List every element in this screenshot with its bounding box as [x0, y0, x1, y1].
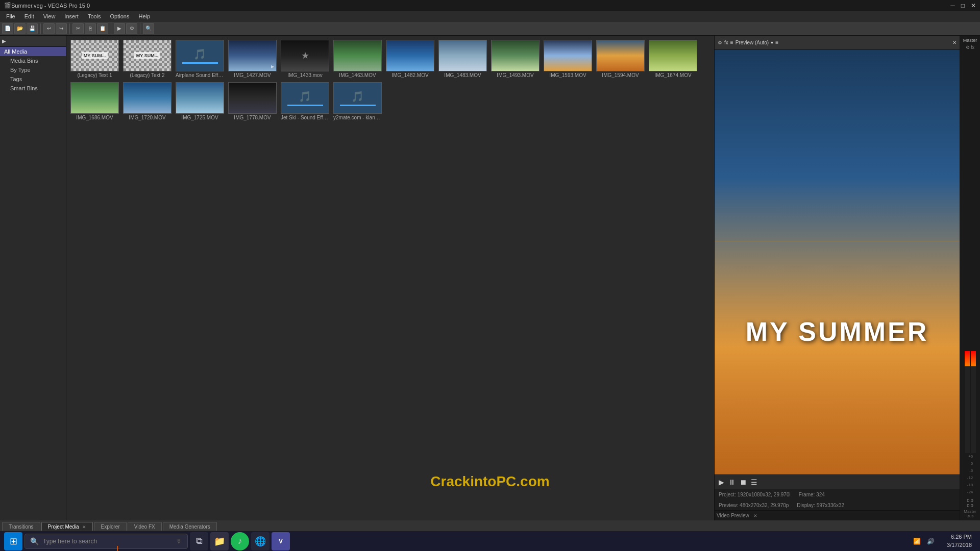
media-item-img-1427[interactable]: ▶ IMG_1427.MOV: [228, 40, 277, 78]
media-item-img-1493[interactable]: IMG_1493.MOV: [491, 40, 540, 78]
preview-zoom-icon[interactable]: ≡: [775, 40, 778, 45]
media-item-img-1674[interactable]: IMG_1674.MOV: [649, 40, 697, 78]
tab-video-fx[interactable]: Video FX: [128, 522, 162, 531]
preview-list-icon[interactable]: ☰: [751, 478, 757, 486]
video-preview-label: Video Preview: [717, 513, 749, 518]
preview-text: MY SUMMER: [746, 316, 929, 347]
preview-close-icon[interactable]: ✕: [952, 40, 957, 45]
media-label: y2mate.com - klangande_jubel_origin...: [333, 115, 382, 120]
preview-screen: MY SUMMER: [715, 50, 960, 474]
media-item-legacy-text-2[interactable]: MY SUM... (Legacy) Text 2: [123, 40, 172, 78]
media-label: (Legacy) Text 2: [123, 72, 172, 78]
vu-fx[interactable]: fx: [971, 45, 974, 50]
maximize-btn[interactable]: □: [961, 2, 965, 9]
redo-btn[interactable]: ↪: [56, 23, 67, 34]
preview-mode-icon[interactable]: ≡: [730, 40, 733, 45]
preview-pause-icon[interactable]: ⏸: [728, 478, 736, 486]
menu-options[interactable]: Options: [106, 12, 134, 20]
paste-btn[interactable]: 📋: [97, 23, 108, 34]
bin-smart-bins[interactable]: Smart Bins: [0, 84, 66, 93]
menu-tools[interactable]: Tools: [84, 12, 105, 20]
toolbar-sep-3: [111, 23, 111, 34]
main-layout: ▶ All Media Media Bins By Type Tags Smar…: [0, 36, 980, 520]
preview-controls: ▶ ⏸ ⏹ ☰: [715, 474, 960, 489]
media-item-img-1720[interactable]: IMG_1720.MOV: [123, 82, 172, 120]
undo-btn[interactable]: ↩: [43, 23, 55, 34]
media-item-img-1686[interactable]: IMG_1686.MOV: [70, 82, 119, 120]
vu-bar-left: [965, 351, 970, 453]
media-item-img-1725[interactable]: IMG_1725.MOV: [176, 82, 224, 120]
frame-info: Frame: 324: [799, 492, 825, 497]
menu-edit[interactable]: Edit: [20, 12, 38, 20]
preview-mode-label[interactable]: Preview (Auto): [736, 40, 769, 45]
bin-by-type[interactable]: By Type: [0, 65, 66, 74]
preview-res: Preview: 480x270x32, 29.970p: [719, 503, 789, 508]
menu-file[interactable]: File: [2, 12, 19, 20]
media-item-img-1433[interactable]: ★ IMG_1433.mov: [281, 40, 329, 78]
media-item-y2mate[interactable]: 🎵 y2mate.com - klangande_jubel_origin...: [333, 82, 382, 120]
media-item-img-1482[interactable]: IMG_1482.MOV: [386, 40, 434, 78]
preview-settings-icon[interactable]: ⚙: [718, 40, 722, 45]
master-bus-label: Master Bus: [961, 509, 979, 518]
media-label: IMG_1686.MOV: [70, 115, 119, 120]
menu-help[interactable]: Help: [134, 12, 154, 20]
vu-controls: ⚙ fx: [966, 45, 974, 50]
vu-settings[interactable]: ⚙: [966, 45, 970, 50]
cut-btn[interactable]: ✂: [72, 23, 84, 34]
media-label: IMG_1674.MOV: [649, 72, 697, 78]
tab-explorer[interactable]: Explorer: [94, 522, 126, 531]
search-mic-icon[interactable]: 🎙: [176, 538, 182, 545]
media-label: IMG_1725.MOV: [176, 115, 224, 120]
preview-play-icon[interactable]: ▶: [719, 478, 724, 486]
taskbar-spotify[interactable]: ♪: [231, 532, 249, 550]
media-item-jet-ski[interactable]: 🎵 Jet Ski - Sound Effects.mp3: [281, 82, 329, 120]
bin-tags[interactable]: Tags: [0, 74, 66, 84]
tray-time: 6:26 PM 3/17/2018: [947, 533, 972, 549]
taskbar-chrome[interactable]: 🌐: [251, 532, 270, 550]
volume-icon[interactable]: 🔊: [927, 538, 935, 545]
media-item-img-1778[interactable]: IMG_1778.MOV: [228, 82, 277, 120]
taskbar-file-explorer[interactable]: 📁: [210, 532, 229, 550]
window-controls[interactable]: ─ □ ✕: [950, 2, 976, 9]
taskbar-task-view[interactable]: ⧉: [190, 532, 208, 550]
tab-transitions[interactable]: Transitions: [2, 522, 40, 531]
taskbar-search[interactable]: 🔍 Type here to search 🎙: [24, 534, 188, 549]
minimize-btn[interactable]: ─: [950, 2, 955, 9]
start-button[interactable]: ⊞: [4, 532, 22, 550]
new-btn[interactable]: 📄: [2, 23, 13, 34]
preview-dropdown-icon[interactable]: ▾: [771, 40, 773, 45]
master-label: Master: [963, 38, 977, 43]
media-item-legacy-text-1[interactable]: MY SUM... (Legacy) Text 1: [70, 40, 119, 78]
menu-view[interactable]: View: [39, 12, 60, 20]
media-label: IMG_1593.MOV: [544, 72, 592, 78]
media-item-airplane-sound[interactable]: 🎵 Airplane Sound Effect.mp3: [176, 40, 224, 78]
preview-background: [715, 50, 960, 474]
render-btn[interactable]: ▶: [114, 23, 125, 34]
preview-toolbar: ⚙ fx ≡ Preview (Auto) ▾ ≡ ✕: [715, 36, 960, 50]
tab-project-media-close[interactable]: ✕: [82, 524, 86, 530]
video-preview-close[interactable]: ✕: [753, 513, 757, 518]
close-btn[interactable]: ✕: [971, 2, 976, 9]
media-label: IMG_1720.MOV: [123, 115, 172, 120]
preview-fx-icon[interactable]: fx: [724, 40, 728, 45]
search-placeholder: Type here to search: [43, 538, 97, 545]
preview-info-bottom: Preview: 480x270x32, 29.970p Display: 59…: [715, 500, 960, 510]
taskbar-vegas[interactable]: V: [272, 532, 290, 550]
open-btn[interactable]: 📂: [14, 23, 26, 34]
media-item-img-1593[interactable]: IMG_1593.MOV: [544, 40, 592, 78]
bin-all-media[interactable]: All Media: [0, 47, 66, 56]
media-label: IMG_1778.MOV: [228, 115, 277, 120]
zoom-btn[interactable]: 🔍: [143, 23, 154, 34]
media-item-img-1463[interactable]: IMG_1463.MOV: [333, 40, 382, 78]
save-btn[interactable]: 💾: [27, 23, 38, 34]
properties-btn[interactable]: ⚙: [126, 23, 137, 34]
toolbar-sep-2: [69, 23, 70, 34]
media-item-img-1594[interactable]: IMG_1594.MOV: [596, 40, 645, 78]
media-item-img-1483[interactable]: IMG_1483.MOV: [438, 40, 487, 78]
menu-insert[interactable]: Insert: [60, 12, 83, 20]
bin-media-bins[interactable]: Media Bins: [0, 56, 66, 65]
tab-project-media[interactable]: Project Media ✕: [41, 522, 93, 531]
preview-stop-icon[interactable]: ⏹: [740, 478, 747, 486]
copy-btn[interactable]: ⎘: [85, 23, 96, 34]
tab-media-generators[interactable]: Media Generators: [163, 522, 217, 531]
